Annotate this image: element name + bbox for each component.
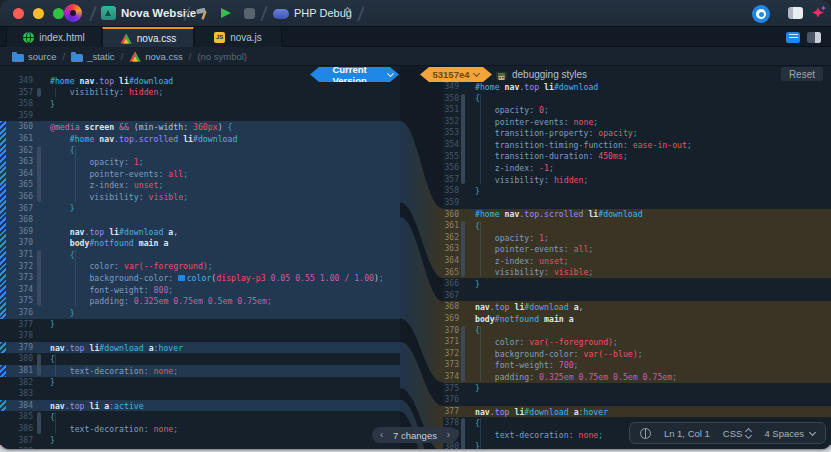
code-text: opacity: 0; (475, 105, 549, 115)
tab-label: nova.css (137, 33, 176, 44)
code-line-right-352: 352 pointer-events: none; (443, 116, 831, 128)
close-button[interactable] (13, 8, 24, 19)
breadcrumb-separator: / (63, 51, 66, 62)
line-number: 378 (0, 331, 33, 340)
code-text: visibility: hidden; (475, 175, 588, 185)
diff-view-toggle-icon[interactable] (786, 32, 800, 43)
breadcrumb-item-symbol[interactable]: (no symbol) (197, 51, 247, 62)
code-line-right-362: 362 opacity: 1; (443, 232, 831, 244)
window-panel-icon[interactable] (788, 7, 803, 19)
line-number: 372 (443, 349, 459, 358)
indent-selector[interactable]: 4 Spaces (764, 428, 815, 439)
code-text: visibility: visible; (50, 192, 188, 202)
code-line-left-385: 385{ (0, 411, 400, 423)
tab-label: nova.js (230, 32, 262, 43)
stop-icon[interactable] (244, 8, 255, 19)
tab-label: index.html (39, 32, 85, 43)
breadcrumb-item-static[interactable]: _static (71, 51, 114, 62)
code-line-left-379: 379nav.top li#download a:hover (0, 342, 400, 354)
fold-capsule[interactable] (461, 418, 465, 449)
breadcrumb-item-file[interactable]: nova.css (129, 51, 183, 62)
fold-capsule[interactable] (37, 354, 41, 375)
indent-guide (55, 88, 56, 98)
commit-author-avatar (496, 69, 507, 80)
code-line-right-357: 357 visibility: hidden; (443, 174, 831, 186)
split-editor-icon[interactable] (807, 32, 821, 43)
code-line-right-376: 376 (443, 394, 831, 406)
changes-navigator: ‹ 7 changes › (372, 427, 458, 443)
code-text: @media screen && (min-width: 360px) { (50, 122, 232, 132)
code-line-right-367: 367 (443, 290, 831, 302)
fold-capsule[interactable] (37, 250, 41, 306)
line-number: 366 (443, 279, 459, 288)
line-number: 373 (443, 360, 459, 369)
minimize-button[interactable] (33, 8, 44, 19)
next-change-button[interactable]: › (447, 430, 450, 440)
code-line-right-353: 353 transition-property: opacity; (443, 127, 831, 139)
preview-eye-icon[interactable] (752, 5, 770, 23)
reset-button[interactable]: Reset (781, 67, 823, 81)
line-number: 386 (0, 424, 33, 433)
nova-triangle-icon (120, 33, 132, 44)
code-line-left-360: 360@media screen && (min-width: 360px) { (0, 121, 400, 133)
run-play-icon[interactable] (221, 8, 231, 18)
fold-capsule[interactable] (461, 326, 465, 382)
code-line-left-382: 382} (0, 377, 400, 389)
code-line-left-361: 361 #home nav.top.scrolled li#download (0, 133, 400, 145)
fold-capsule[interactable] (461, 221, 465, 277)
breadcrumb: source / _static / nova.css / (no symbol… (0, 47, 831, 66)
breadcrumb-item-source[interactable]: source (12, 51, 57, 62)
code-line-right-356: 356 z-index: -1; (443, 162, 831, 174)
language-selector[interactable]: CSS (723, 428, 752, 439)
code-line-right-365: 365 visibility: visible; (443, 267, 831, 279)
tab-index-html[interactable]: index.html (6, 27, 102, 47)
code-text: body#notfound main a (475, 314, 574, 324)
code-text: { (50, 145, 75, 155)
tab-nova-css[interactable]: nova.css (102, 27, 194, 47)
code-line-right-377: 377nav.top li#download a:hover (443, 406, 831, 418)
code-line-right-360: 360#home nav.top.scrolled li#download (443, 209, 831, 221)
code-line-left-367: 367 } (0, 203, 400, 215)
line-number: 350 (443, 94, 459, 103)
code-line-left-375: 375 padding: 0.325em 0.75em 0.5em 0.75em… (0, 295, 400, 307)
code-text: } (50, 308, 75, 318)
indent-guide (55, 412, 56, 433)
code-text: text-decoration: none; (475, 430, 603, 440)
line-number: 382 (0, 378, 33, 387)
commit-hash-badge[interactable]: 53157e4 (420, 67, 492, 82)
chevron-updown-icon (746, 429, 751, 438)
code-line-right-370: 370{ (443, 325, 831, 337)
current-version-badge[interactable]: Current Version (310, 67, 399, 82)
line-number: 377 (443, 407, 459, 416)
code-text: } (475, 186, 480, 196)
line-number: 376 (443, 395, 459, 404)
project-folder-icon (101, 6, 116, 20)
code-text: } (50, 319, 55, 329)
line-number: 361 (443, 221, 459, 230)
zoom-button[interactable] (53, 8, 64, 19)
fold-capsule[interactable] (461, 94, 465, 185)
code-text: } (475, 383, 480, 393)
fold-capsule[interactable] (37, 412, 41, 433)
titlebar-divider (260, 6, 267, 20)
code-text: font-weight: 800; (50, 285, 173, 295)
color-swatch (178, 275, 185, 282)
indent-guide (55, 354, 56, 375)
fold-capsule[interactable] (37, 88, 41, 98)
code-text: padding: 0.325em 0.75em 0.5em 0.75em; (475, 372, 677, 382)
previous-change-button[interactable]: ‹ (380, 430, 383, 440)
code-text: } (50, 377, 55, 387)
code-text: #home nav.top.scrolled li#download (475, 209, 643, 219)
editor-pane-current[interactable]: 349#home nav.top li#download357 visibili… (0, 66, 400, 449)
code-text: visibility: hidden; (50, 87, 163, 97)
line-number: 349 (443, 82, 459, 91)
fold-capsule[interactable] (37, 146, 41, 202)
indent-guide (75, 250, 76, 306)
code-text: pointer-events: none; (475, 117, 598, 127)
breadcrumb-separator: / (121, 51, 124, 62)
globe-icon (23, 32, 34, 43)
code-text: text-decoration: none; (50, 366, 178, 376)
code-line-left-358: 358} (0, 98, 400, 110)
tab-nova-js[interactable]: JS nova.js (194, 27, 282, 47)
editor-pane-commit[interactable]: 349#home nav.top li#download350{351 opac… (443, 66, 831, 449)
